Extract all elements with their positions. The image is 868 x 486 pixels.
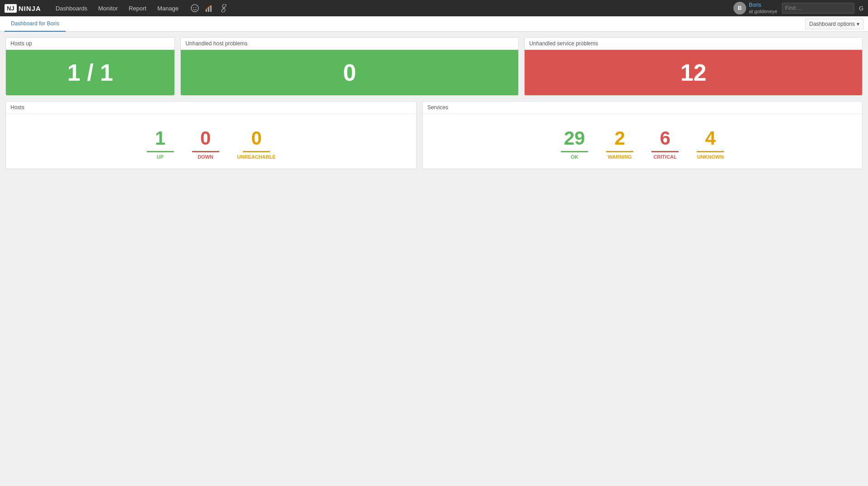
logo: NJ NINJA [5, 4, 41, 13]
svg-point-2 [196, 7, 197, 8]
nav-item-monitor[interactable]: Monitor [93, 0, 123, 16]
nav-icon-group [188, 2, 230, 15]
services-status-panel: Services 29 OK 2 WARNING 6 CRITICAL 4 UN… [422, 101, 863, 169]
services-ok-count: 29 [561, 127, 588, 152]
main-nav: Dashboards Monitor Report Manage [50, 0, 184, 16]
services-unknown-count: 4 [697, 127, 724, 152]
link-icon[interactable] [217, 2, 230, 15]
smiley-icon[interactable] [188, 2, 201, 15]
services-critical-count: 6 [651, 127, 679, 152]
logo-text: NINJA [19, 5, 41, 12]
hosts-stats-row: 1 UP 0 DOWN 0 UNREACHABLE [6, 114, 416, 169]
user-area: B Boris at goldeneye [733, 2, 777, 15]
sub-tabs: Dashboard for Boris [5, 16, 66, 32]
hosts-down-stat: 0 DOWN [192, 127, 219, 160]
hosts-status-panel: Hosts 1 UP 0 DOWN 0 UNREACHABLE [5, 101, 417, 169]
services-warning-count: 2 [606, 127, 633, 152]
bottom-panels: Hosts 1 UP 0 DOWN 0 UNREACHABLE Services [5, 101, 863, 169]
topnav-right: B Boris at goldeneye G [733, 2, 863, 15]
main-content: Hosts up 1 / 1 Unhandled host problems 0… [0, 32, 868, 175]
services-warning-stat: 2 WARNING [606, 127, 633, 160]
services-unknown-stat: 4 UNKNOWN [697, 127, 724, 160]
topnav: NJ NINJA Dashboards Monitor Report Manag… [0, 0, 868, 16]
hosts-status-label: Hosts [6, 102, 416, 114]
unhandled-host-value: 0 [343, 59, 356, 86]
unhandled-service-value-area: 12 [525, 50, 862, 95]
hosts-unreachable-count: 0 [243, 127, 270, 152]
hosts-up-stat-label: UP [157, 154, 164, 160]
unhandled-host-panel: Unhandled host problems 0 [180, 37, 519, 96]
unhandled-service-panel: Unhandled service problems 12 [524, 37, 863, 96]
services-critical-stat-label: CRITICAL [653, 154, 676, 160]
services-stats-row: 29 OK 2 WARNING 6 CRITICAL 4 UNKNOWN [423, 114, 862, 169]
unhandled-host-label: Unhandled host problems [181, 38, 518, 50]
services-critical-stat: 6 CRITICAL [651, 127, 679, 160]
search-go-button[interactable]: G [859, 5, 863, 12]
hosts-down-stat-label: DOWN [198, 154, 213, 160]
hosts-up-panel: Hosts up 1 / 1 [5, 37, 175, 96]
user-name: Boris [749, 2, 777, 8]
services-unknown-stat-label: UNKNOWN [697, 154, 724, 160]
nav-item-manage[interactable]: Manage [152, 0, 184, 16]
nav-item-report[interactable]: Report [123, 0, 152, 16]
unhandled-service-label: Unhandled service problems [525, 38, 862, 50]
top-panels: Hosts up 1 / 1 Unhandled host problems 0… [5, 37, 863, 96]
search-input[interactable] [782, 3, 854, 14]
services-ok-stat-label: OK [571, 154, 579, 160]
logo-ninja-badge: NJ [5, 4, 17, 13]
hosts-up-stat: 1 UP [147, 127, 174, 160]
hosts-up-value-area: 1 / 1 [6, 50, 174, 95]
services-status-label: Services [423, 102, 862, 114]
unhandled-host-value-area: 0 [181, 50, 518, 95]
user-info: Boris at goldeneye [749, 2, 777, 15]
services-warning-stat-label: WARNING [608, 154, 632, 160]
svg-point-0 [191, 5, 198, 12]
services-ok-stat: 29 OK [561, 127, 588, 160]
hosts-down-count: 0 [192, 127, 219, 152]
nav-item-dashboards[interactable]: Dashboards [50, 0, 93, 16]
tab-dashboard-boris[interactable]: Dashboard for Boris [5, 16, 66, 32]
graph-icon[interactable] [203, 2, 216, 15]
dashboard-options-label: Dashboard options [809, 21, 855, 27]
hosts-up-label: Hosts up [6, 38, 174, 50]
user-host: at goldeneye [749, 9, 777, 15]
unhandled-service-value: 12 [680, 59, 707, 86]
dashboard-options-button[interactable]: Dashboard options ▾ [805, 19, 863, 29]
hosts-up-count: 1 [147, 127, 174, 152]
avatar: B [733, 2, 746, 15]
hosts-unreachable-stat-label: UNREACHABLE [237, 154, 276, 160]
hosts-unreachable-stat: 0 UNREACHABLE [237, 127, 276, 160]
subnav: Dashboard for Boris Dashboard options ▾ [0, 16, 868, 32]
hosts-up-value: 1 / 1 [68, 59, 113, 86]
chevron-down-icon: ▾ [857, 21, 859, 27]
svg-point-1 [193, 7, 194, 8]
